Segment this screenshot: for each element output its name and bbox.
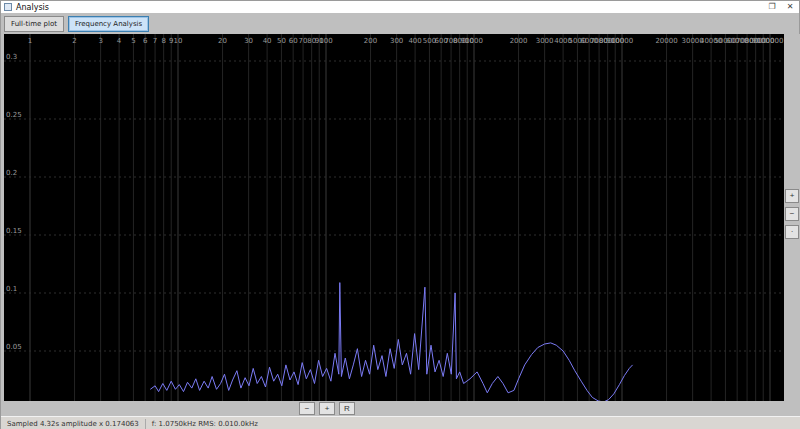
svg-text:300: 300: [390, 37, 403, 45]
horizontal-zoom-in-button[interactable]: +: [319, 402, 335, 415]
svg-text:8: 8: [161, 37, 165, 45]
toolbar: Full-time plot Frequency Analysis: [1, 13, 799, 34]
svg-text:4: 4: [117, 37, 122, 45]
svg-text:0.1: 0.1: [6, 285, 17, 293]
svg-text:0.25: 0.25: [6, 111, 22, 119]
spectrum-chart: 1234567891020304050607080901002003004005…: [4, 34, 784, 401]
svg-text:2000: 2000: [510, 37, 528, 45]
status-sample-info: Sampled 4.32s amplitude x 0.174063: [1, 420, 145, 428]
vertical-zoom-out-button[interactable]: −: [785, 207, 799, 221]
vertical-zoom-reset-button[interactable]: ·: [785, 225, 799, 239]
svg-text:7: 7: [153, 37, 157, 45]
status-bar: Sampled 4.32s amplitude x 0.174063 f: 1.…: [1, 416, 800, 429]
status-cursor-info: f: 1.0750kHz RMS: 0.010.0kHz: [146, 420, 264, 428]
svg-text:0.15: 0.15: [6, 227, 22, 235]
svg-text:1000: 1000: [465, 37, 483, 45]
svg-text:10: 10: [174, 37, 183, 45]
svg-text:200: 200: [364, 37, 377, 45]
title-bar: Analysis ❐ ✕: [1, 1, 799, 13]
right-control-strip: + − ·: [784, 34, 800, 401]
svg-text:5: 5: [131, 37, 135, 45]
svg-text:10000: 10000: [611, 37, 633, 45]
svg-text:0.2: 0.2: [6, 169, 17, 177]
analysis-window: Analysis ❐ ✕ Full-time plot Frequency An…: [0, 0, 800, 429]
svg-text:70: 70: [299, 37, 308, 45]
close-button[interactable]: ✕: [781, 1, 799, 13]
svg-text:40: 40: [263, 37, 272, 45]
svg-text:2: 2: [72, 37, 76, 45]
vertical-zoom-in-button[interactable]: +: [785, 189, 799, 203]
svg-text:0.05: 0.05: [6, 343, 22, 351]
svg-text:1: 1: [28, 37, 32, 45]
frequency-analysis-button[interactable]: Frequency Analysis: [68, 16, 149, 32]
svg-text:100000: 100000: [757, 37, 784, 45]
spectrum-plot-area[interactable]: 1234567891020304050607080901002003004005…: [4, 34, 784, 401]
svg-text:3000: 3000: [536, 37, 554, 45]
bottom-control-strip: − + R: [1, 401, 800, 416]
svg-text:30: 30: [244, 37, 253, 45]
svg-text:100: 100: [319, 37, 332, 45]
svg-text:3: 3: [98, 37, 102, 45]
svg-text:20000: 20000: [655, 37, 677, 45]
horizontal-zoom-out-button[interactable]: −: [299, 402, 315, 415]
svg-text:20: 20: [218, 37, 227, 45]
zoom-reset-button[interactable]: R: [339, 402, 355, 415]
svg-text:0.3: 0.3: [6, 53, 17, 61]
svg-text:6: 6: [143, 37, 148, 45]
svg-text:50: 50: [277, 37, 286, 45]
restore-button[interactable]: ❐: [763, 1, 781, 13]
app-icon: [4, 3, 12, 11]
svg-text:400: 400: [408, 37, 421, 45]
svg-text:60: 60: [289, 37, 298, 45]
full-time-plot-button[interactable]: Full-time plot: [4, 16, 64, 32]
window-title: Analysis: [16, 3, 49, 12]
